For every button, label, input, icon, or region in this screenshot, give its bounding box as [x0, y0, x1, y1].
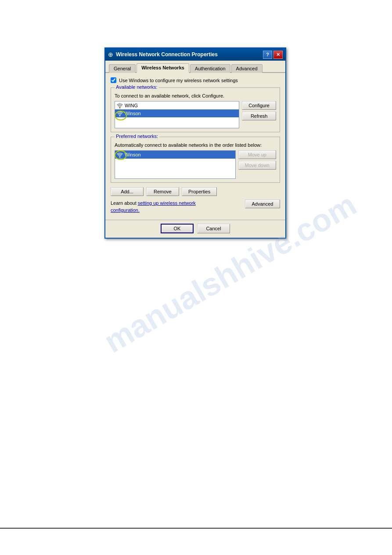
tab-wireless-networks[interactable]: Wireless Networks	[137, 63, 189, 73]
network-item-winson-available[interactable]: Winson	[115, 109, 239, 117]
preferred-networks-group: Preferred networks: Automatically connec…	[111, 137, 280, 183]
dialog-window: ⊕ Wireless Network Connection Properties…	[104, 47, 286, 239]
network-item-winson-preferred[interactable]: Winson	[115, 151, 235, 159]
help-button[interactable]: ?	[263, 51, 272, 59]
move-down-button[interactable]: Move down	[238, 161, 276, 170]
action-buttons-row: Add... Remove Properties	[111, 187, 280, 196]
title-bar-buttons: ? ✕	[263, 51, 283, 59]
windows-configure-label: Use Windows to configure my wireless net…	[119, 78, 238, 83]
title-bar-icon: ⊕	[108, 51, 113, 58]
preferred-networks-list[interactable]: Winson	[115, 150, 236, 179]
svg-point-0	[119, 107, 121, 109]
preferred-networks-label: Preferred networks:	[115, 134, 159, 139]
preferred-networks-row: Winson Move up Move down	[115, 150, 276, 179]
title-bar-left: ⊕ Wireless Network Connection Properties	[108, 51, 218, 58]
tab-general[interactable]: General	[109, 64, 136, 73]
ok-button[interactable]: OK	[161, 224, 194, 233]
available-networks-content: To connect to an available network, clic…	[115, 92, 276, 128]
preferred-networks-content: Automatically connect to available netwo…	[115, 141, 276, 179]
network-name-winson-preferred: Winson	[125, 152, 141, 157]
wifi-icon-winson-preferred	[117, 152, 123, 158]
tab-authentication[interactable]: Authentication	[190, 64, 230, 73]
remove-button[interactable]: Remove	[146, 187, 179, 196]
ok-cancel-row: OK Cancel	[105, 220, 285, 238]
available-networks-desc: To connect to an available network, clic…	[115, 92, 276, 98]
preferred-network-buttons: Move up Move down	[238, 150, 276, 179]
wifi-icon-winson-available	[117, 110, 123, 116]
learn-text: Learn about setting up wireless network …	[111, 200, 220, 214]
learn-prefix: Learn about	[111, 200, 138, 206]
move-up-button[interactable]: Move up	[238, 150, 276, 159]
svg-point-2	[119, 115, 121, 116]
preferred-networks-list-container: Winson	[115, 150, 236, 179]
network-name-wing: WING	[125, 103, 138, 108]
available-networks-list-container: WING Winson	[115, 101, 239, 128]
network-name-winson-available: Winson	[125, 111, 141, 116]
wifi-icon-wing	[117, 102, 123, 109]
add-button[interactable]: Add...	[111, 187, 144, 196]
network-item-wing[interactable]: WING	[115, 102, 239, 109]
dialog-content: Use Windows to configure my wireless net…	[105, 73, 285, 220]
available-network-buttons: Configure Refresh	[242, 101, 276, 128]
learn-advanced-row: Learn about setting up wireless network …	[111, 200, 280, 214]
tab-advanced[interactable]: Advanced	[231, 64, 263, 73]
svg-point-3	[119, 156, 121, 158]
preferred-networks-desc: Automatically connect to available netwo…	[115, 141, 276, 148]
title-bar-text: Wireless Network Connection Properties	[116, 51, 218, 58]
refresh-button[interactable]: Refresh	[242, 112, 276, 120]
available-networks-label: Available networks:	[115, 84, 159, 90]
close-button[interactable]: ✕	[273, 51, 283, 59]
bottom-divider	[0, 528, 392, 529]
tab-strip: General Wireless Networks Authentication…	[105, 61, 285, 73]
available-networks-group: Available networks: To connect to an ava…	[111, 87, 280, 132]
advanced-button[interactable]: Advanced	[245, 200, 280, 208]
configure-button[interactable]: Configure	[242, 101, 276, 110]
available-networks-list[interactable]: WING Winson	[115, 101, 239, 128]
cancel-button[interactable]: Cancel	[197, 224, 230, 233]
available-networks-row: WING Winson	[115, 101, 276, 128]
windows-configure-checkbox[interactable]	[111, 77, 116, 83]
windows-configure-row: Use Windows to configure my wireless net…	[111, 77, 280, 83]
title-bar: ⊕ Wireless Network Connection Properties…	[105, 48, 285, 61]
properties-button[interactable]: Properties	[182, 187, 217, 196]
